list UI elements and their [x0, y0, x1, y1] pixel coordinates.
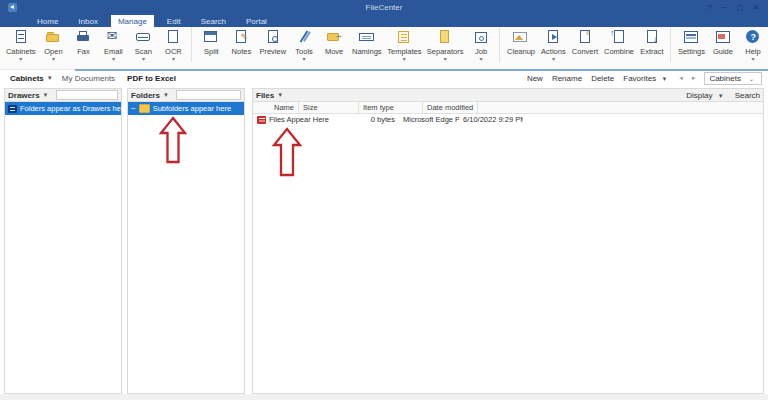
ribbon-item-label: Guide	[713, 47, 733, 56]
file-row[interactable]: Files Appear Here 0 bytes Microsoft Edge…	[253, 114, 763, 125]
split-button[interactable]: Split ▾	[191, 27, 226, 62]
doc-icon	[164, 29, 182, 45]
filecenter-window: FileCenter ?─▢✕ HomeInboxManageEditSearc…	[0, 0, 768, 400]
namings-button[interactable]: Namings ▾	[349, 27, 384, 62]
extract-button[interactable]: Extract ▾	[637, 27, 667, 62]
inbox-tab[interactable]: Inbox	[71, 15, 105, 27]
size-column-header[interactable]: Size	[299, 102, 359, 113]
new-button[interactable]: New	[527, 74, 543, 83]
chevron-down-icon: ▼	[47, 75, 53, 81]
convert-button[interactable]: Convert ▾	[569, 27, 601, 62]
separator-icon	[436, 29, 454, 45]
cabinets-menu-button[interactable]: Cabinets	[10, 74, 44, 83]
drawers-title[interactable]: Drawers	[8, 91, 40, 100]
notes-button[interactable]: Notes ▾	[226, 27, 256, 62]
settings-icon	[682, 29, 700, 45]
favorites-button[interactable]: Favorites ▼	[623, 74, 670, 83]
drawers-panel-header: Drawers ▼	[5, 89, 121, 102]
files-list: Files Appear Here 0 bytes Microsoft Edge…	[253, 114, 763, 125]
files-panel: Files ▼ Display ▼ Search NameSizeItem ty…	[252, 88, 764, 394]
printer-icon	[74, 29, 92, 45]
display-button[interactable]: Display ▼	[686, 91, 726, 100]
ribbon-toolbar: Cabinets ▾ Open ▾ Fax ▾ Email ▾	[0, 27, 768, 70]
ribbon-item-label: Tools	[295, 47, 313, 56]
drawers-search-input[interactable]	[56, 90, 118, 100]
manage-tab[interactable]: Manage	[111, 15, 154, 27]
red-up-arrow-annotation-folders	[159, 116, 187, 164]
move-button[interactable]: Move ▾	[319, 27, 349, 62]
help-icon	[744, 29, 762, 45]
item-type-column-header[interactable]: Item type	[359, 102, 423, 113]
chevron-down-icon: ▾	[480, 56, 483, 62]
ocr-button[interactable]: OCR ▾	[158, 27, 188, 62]
search-tab[interactable]: Search	[194, 15, 233, 27]
combine-button[interactable]: Combine ▾	[601, 27, 637, 62]
cleanup-button[interactable]: Cleanup ▾	[499, 27, 538, 62]
chevron-down-icon: ⌄	[749, 75, 754, 82]
actions-icon	[544, 29, 562, 45]
ribbon-item-label: Namings	[352, 47, 382, 56]
email-button[interactable]: Email ▾	[98, 27, 128, 62]
portal-tab[interactable]: Portal	[239, 15, 274, 27]
tree-collapse-icon[interactable]: −	[131, 105, 136, 113]
folders-panel-header: Folders ▼	[128, 89, 244, 102]
email-icon	[104, 29, 122, 45]
tools-button[interactable]: Tools ▾	[289, 27, 319, 62]
folder-tree-item-selected[interactable]: − Subfolders appear here	[128, 102, 244, 115]
job-icon	[472, 29, 490, 45]
delete-button[interactable]: Delete	[591, 74, 614, 83]
location-bar: Cabinets ▼ My DocumentsPDF to Excel NewR…	[0, 70, 768, 86]
note-icon	[232, 29, 250, 45]
name-column-header[interactable]: Name	[253, 102, 299, 113]
nav-back-icon[interactable]: ◂	[679, 74, 683, 82]
files-title[interactable]: Files	[256, 91, 274, 100]
maximize-window-button[interactable]: ▢	[737, 3, 744, 13]
chevron-down-icon: ▾	[19, 56, 22, 62]
settings-button[interactable]: Settings ▾	[670, 27, 708, 62]
search-button[interactable]: Search	[735, 91, 760, 100]
cabinets-button[interactable]: Cabinets ▾	[3, 27, 38, 62]
tools-icon	[295, 29, 313, 45]
drawers-panel: Drawers ▼ Folders appear as Drawers here	[4, 88, 122, 394]
job-button[interactable]: Job ▾	[466, 27, 496, 62]
preview-button[interactable]: Preview ▾	[256, 27, 289, 62]
scan-button[interactable]: Scan ▾	[128, 27, 158, 62]
nav-forward-icon[interactable]: ▸	[692, 74, 696, 82]
chevron-down-icon: ▾	[751, 56, 754, 62]
chevron-down-icon[interactable]: ▼	[43, 92, 49, 98]
ribbon-item-label: Fax	[77, 47, 90, 56]
separators-button[interactable]: Separators ▾	[424, 27, 466, 62]
location-tabs: My DocumentsPDF to Excel	[56, 70, 182, 86]
split-icon	[202, 29, 220, 45]
close-window-button[interactable]: ✕	[753, 3, 759, 13]
drawer-list-item-selected[interactable]: Folders appear as Drawers here	[5, 102, 121, 115]
templates-button[interactable]: Templates ▾	[385, 27, 425, 62]
edit-tab[interactable]: Edit	[160, 15, 188, 27]
chevron-down-icon[interactable]: ▼	[277, 92, 283, 98]
doc-convert-icon	[576, 29, 594, 45]
rename-button[interactable]: Rename	[552, 74, 582, 83]
open-button[interactable]: Open ▾	[38, 27, 68, 62]
guide-icon	[714, 29, 732, 45]
minimize-window-button[interactable]: ─	[722, 3, 727, 13]
folders-title[interactable]: Folders	[131, 91, 160, 100]
date-modified-column-header[interactable]: Date modified	[423, 102, 478, 113]
home-tab[interactable]: Home	[30, 15, 65, 27]
ribbon-item-label: Convert	[572, 47, 598, 56]
chevron-down-icon: ▾	[403, 56, 406, 62]
actions-button[interactable]: Actions ▾	[538, 27, 569, 62]
namings-icon	[358, 29, 376, 45]
help-window-button[interactable]: ?	[708, 3, 712, 13]
view-mode-dropdown[interactable]: Cabinets⌄	[704, 72, 762, 85]
my-documents-location-tab[interactable]: My Documents	[56, 70, 121, 86]
chevron-down-icon: ▾	[142, 56, 145, 62]
chevron-down-icon: ▼	[661, 76, 667, 82]
ribbon-item-label: Templates	[387, 47, 421, 56]
folders-search-input[interactable]	[176, 90, 241, 100]
extract-icon	[643, 29, 661, 45]
chevron-down-icon[interactable]: ▼	[163, 92, 169, 98]
help-button[interactable]: Help ▾	[738, 27, 768, 62]
guide-button[interactable]: Guide ▾	[708, 27, 738, 62]
fax-button[interactable]: Fax ▾	[68, 27, 98, 62]
ribbon-item-label: Move	[325, 47, 343, 56]
